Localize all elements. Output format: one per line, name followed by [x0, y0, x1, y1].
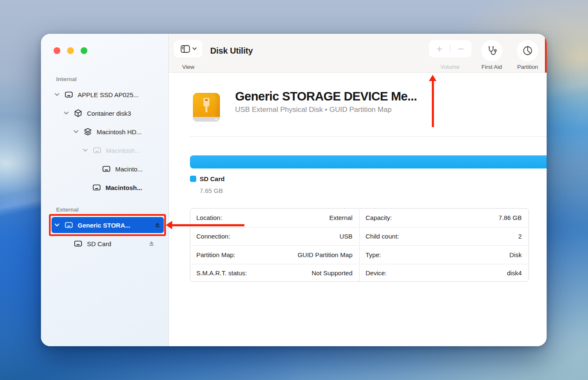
chevron-down-icon[interactable] [62, 111, 71, 115]
view-button[interactable] [174, 40, 203, 57]
sidebar-item-label: Macintosh... [106, 147, 140, 154]
legend-partition-name: SD Card [200, 175, 225, 182]
chevron-down-icon[interactable] [71, 130, 81, 133]
volume-button-group[interactable]: + − [429, 40, 471, 57]
info-row-smart-status: S.M.A.R.T. status: Not Supported [191, 264, 358, 282]
drive-icon [101, 164, 111, 174]
legend-color-swatch [190, 176, 196, 182]
info-label: Child count: [366, 233, 399, 240]
sidebar-item-macintosh[interactable]: Macintosh... [41, 180, 168, 195]
main-content: Generic STORAGE DEVICE Me... USB Externa… [169, 73, 547, 346]
container-icon [73, 108, 83, 118]
info-label: Connection: [196, 233, 230, 240]
sidebar-item-apple-ssd[interactable]: APPLE SSD AP025... [41, 87, 168, 102]
info-row-connection: Connection: USB [191, 227, 358, 246]
first-aid-button[interactable] [481, 40, 502, 61]
sidebar-toggle-icon [180, 45, 190, 53]
info-label: Capacity: [366, 214, 392, 221]
partition-button[interactable] [517, 40, 538, 61]
sidebar-item-macinto[interactable]: Macinto... [41, 161, 168, 176]
chevron-down-icon[interactable] [52, 93, 62, 96]
info-value: disk4 [507, 269, 522, 277]
info-label: Location: [196, 214, 222, 221]
partition-usage-bar[interactable] [190, 155, 547, 168]
sidebar-item-sd-card[interactable]: SD Card [41, 236, 168, 251]
pie-chart-icon [522, 45, 533, 56]
sidebar: Internal APPLE SSD AP025... Con [41, 34, 169, 346]
volume-group-icon [83, 127, 93, 137]
info-label: Type: [366, 251, 381, 258]
sidebar-item-label: Macinto... [115, 166, 143, 173]
sidebar-section-external: External [56, 206, 79, 213]
remove-volume-button[interactable]: − [450, 43, 471, 55]
info-row-type: Type: Disk [360, 245, 528, 264]
annotation-box-sidebar [49, 214, 166, 236]
sidebar-section-internal: Internal [56, 76, 77, 82]
divider [190, 136, 547, 137]
sidebar-item-label: Macintosh HD... [97, 128, 142, 136]
sidebar-item-macintosh-hd-group[interactable]: Macintosh HD... [41, 124, 168, 139]
info-value: USB [339, 233, 352, 240]
device-subtitle: USB External Physical Disk • GUID Partit… [235, 106, 392, 114]
drive-icon [73, 239, 83, 249]
external-drive-icon [193, 93, 220, 122]
info-row-device: Device: disk4 [360, 264, 528, 282]
stethoscope-icon [486, 45, 497, 56]
annotation-arrow-to-erase [429, 75, 437, 128]
sidebar-item-label: SD Card [87, 240, 111, 247]
chevron-down-icon[interactable] [81, 149, 90, 152]
info-value: GUID Partition Map [298, 251, 352, 258]
chevron-down-icon [192, 47, 197, 50]
volume-label: Volume [440, 64, 459, 70]
sidebar-item-macintosh-dimmed[interactable]: Macintosh... [41, 143, 168, 158]
info-value: 7.86 GB [499, 214, 522, 221]
sidebar-item-label: Macintosh... [106, 184, 142, 191]
first-aid-label: First Aid [482, 64, 502, 70]
info-row-capacity: Capacity: 7.86 GB [360, 209, 528, 227]
disk-utility-window: Internal APPLE SSD AP025... Con [41, 34, 547, 346]
annotation-box-erase [545, 36, 547, 74]
drive-icon [92, 182, 102, 193]
info-label: Device: [366, 269, 387, 277]
eject-icon[interactable] [148, 240, 155, 247]
device-name: Generic STORAGE DEVICE Me... [235, 90, 417, 103]
sidebar-item-label: Container disk3 [87, 110, 131, 117]
add-volume-button[interactable]: + [429, 43, 450, 55]
sidebar-item-container-disk3[interactable]: Container disk3 [41, 106, 168, 121]
zoom-button[interactable] [81, 47, 87, 54]
info-row-child-count: Child count: 2 [360, 227, 528, 246]
view-button-label: View [182, 64, 194, 70]
toolbar: View Disk Utility + − Volume First Aid [169, 34, 547, 73]
drive-icon [64, 90, 74, 100]
device-info-panel: Location: External Connection: USB Parti… [190, 208, 529, 282]
minimize-button[interactable] [67, 47, 74, 54]
sidebar-item-label: APPLE SSD AP025... [78, 91, 138, 98]
info-value: External [329, 214, 352, 221]
close-button[interactable] [54, 47, 60, 54]
info-label: S.M.A.R.T. status: [196, 269, 247, 277]
legend-partition-size: 7.65 GB [200, 187, 223, 194]
info-row-partition-map: Partition Map: GUID Partition Map [191, 245, 358, 264]
info-value: Not Supported [312, 269, 352, 277]
annotation-arrow-to-sidebar-item [166, 221, 244, 229]
drive-icon [92, 145, 102, 155]
app-title: Disk Utility [210, 46, 253, 56]
partition-label: Partition [517, 64, 538, 70]
info-value: Disk [509, 251, 522, 258]
info-value: 2 [518, 233, 522, 240]
info-label: Partition Map: [196, 251, 236, 258]
